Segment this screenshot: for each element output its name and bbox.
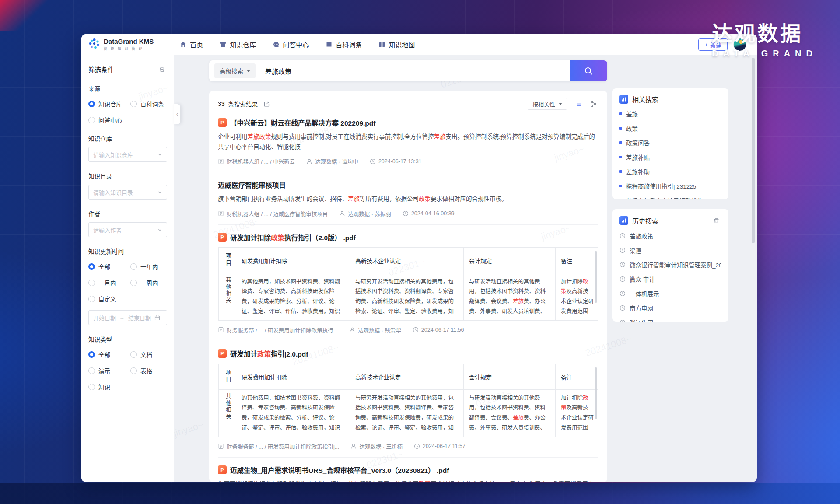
result-title[interactable]: 迈威医疗智能审核项目: [218, 180, 286, 189]
history-search-item[interactable]: 一体机展示: [620, 289, 721, 298]
highlighted-keyword: 政策: [419, 481, 430, 482]
radio-label: 百科词条: [140, 99, 164, 108]
related-search-item[interactable]: 总经办每季度中给予行政优化: [620, 196, 721, 199]
table-column-header: 高新技术企业认定: [350, 248, 464, 273]
text-segment: 迈威生物_用户需求说明书URS_合规审核平台_Ver3.0（20230821） …: [230, 467, 449, 474]
date-start-placeholder: 开始日期: [93, 314, 116, 322]
nav-item-3[interactable]: 问答中心: [273, 40, 309, 49]
highlighted-keyword: 差旅: [513, 298, 524, 304]
radio-label: 一周内: [140, 278, 158, 287]
author-select[interactable]: 请输入作者: [88, 222, 167, 237]
result-item[interactable]: P研发加计政策指引|2.0.pdf项目研发费用加计扣除高新技术企业认定会计规定备…: [218, 341, 598, 458]
history-search-item[interactable]: 南方电网: [620, 304, 721, 312]
user-icon: [306, 158, 312, 164]
source-radio-知识仓库[interactable]: 知识仓库: [88, 99, 130, 108]
result-path: 财务服务部 / ... / 研发费用加计扣除政策指引|...: [218, 442, 339, 451]
result-path-text: 财税机器人组 / ... / 迈威医疗智能审核项目: [227, 210, 328, 218]
brand-logo[interactable]: DataGrand KMS 智 能 知 识 管 理: [88, 38, 154, 51]
brand-text: DataGrand KMS 智 能 知 识 管 理: [104, 38, 154, 51]
nav-item-2[interactable]: 知识仓库: [220, 40, 256, 49]
time-radio-自定义[interactable]: 自定义: [88, 294, 130, 303]
results-list: P【中兴新云】财云在线产品解决方案 202209.pdf企业可利用差旅政策规则与…: [218, 110, 598, 482]
search-input[interactable]: [265, 67, 510, 75]
bullet-icon: [620, 185, 622, 187]
time-radio-一年内[interactable]: 一年内: [130, 262, 167, 271]
related-search-item[interactable]: 差旅: [620, 109, 721, 118]
export-results-icon[interactable]: [261, 98, 272, 109]
result-author: 达观数据 · 谭均中: [306, 157, 358, 165]
bullet-icon: [620, 112, 622, 115]
radio-unchecked-icon: [88, 384, 95, 390]
table-cell: 加计扣除政策及高新技术企业认定研发费用范围（不同口径）: [556, 389, 599, 437]
related-search-item[interactable]: 政策: [620, 124, 721, 133]
clock-icon: [413, 327, 419, 333]
result-author-text: 达观数据 · 苏振羽: [348, 210, 391, 218]
table-scrollbar[interactable]: [595, 251, 597, 303]
list-view-icon[interactable]: [572, 98, 583, 109]
radio-label: 问答中心: [98, 116, 122, 124]
clock-icon: [402, 210, 409, 217]
graph-view-icon[interactable]: [588, 98, 598, 109]
repo-select[interactable]: 请输入知识仓库: [88, 147, 167, 162]
time-radio-一月内[interactable]: 一月内: [88, 278, 130, 287]
source-radio-百科词条[interactable]: 百科词条: [130, 99, 167, 108]
advanced-search-dropdown[interactable]: 高级搜索: [214, 63, 256, 78]
nav-item-label: 首页: [190, 40, 203, 49]
type-radio-知识[interactable]: 知识: [88, 382, 130, 391]
history-search-item[interactable]: 张江集团: [620, 318, 721, 322]
date-range-input[interactable]: 开始日期 → 结束日期: [88, 310, 167, 325]
text-segment: 规则与费用事前控制,对员工在线消费实行事前控制,全方位管控: [271, 133, 434, 140]
nav-item-5[interactable]: 知识地图: [378, 40, 415, 49]
nav-item-1[interactable]: 首页: [180, 40, 203, 49]
bullet-icon: [620, 141, 622, 144]
clear-filters-icon[interactable]: [157, 64, 167, 74]
table-row-header: 其他相关: [219, 273, 236, 321]
type-radio-演示[interactable]: 演示: [88, 366, 130, 375]
result-title-row: P迈威生物_用户需求说明书URS_合规审核平台_Ver3.0（20230821）…: [218, 465, 598, 475]
result-item[interactable]: 迈威医疗智能审核项目旗下营销部门执行业务活动所发生的会议、招待、差旅等所有费用，…: [218, 172, 598, 224]
results-count: 33: [218, 100, 225, 107]
result-title[interactable]: 迈威生物_用户需求说明书URS_合规审核平台_Ver3.0（20230821） …: [230, 465, 449, 475]
time-radio-一周内[interactable]: 一周内: [130, 278, 167, 287]
related-search-item[interactable]: 差旅补贴: [620, 153, 721, 161]
directory-select[interactable]: 请输入知识目录: [88, 185, 167, 200]
history-search-item[interactable]: 微众 审计: [620, 275, 721, 284]
related-search-item[interactable]: 携程商旅使用指引| 231225: [620, 182, 721, 190]
result-title[interactable]: 研发加计扣除政策执行指引（2.0版） .pdf: [230, 232, 356, 242]
related-search-text: 携程商旅使用指引| 231225: [626, 182, 696, 190]
clear-history-icon[interactable]: [711, 215, 721, 226]
type-radio-表格[interactable]: 表格: [130, 366, 167, 375]
source-radio-问答中心[interactable]: 问答中心: [88, 116, 130, 124]
result-time: 2024-06-17 11:57: [414, 443, 466, 449]
result-item[interactable]: P迈威生物_用户需求说明书URS_合规审核平台_Ver3.0（20230821）…: [218, 458, 598, 482]
history-search-item[interactable]: 微众银行智能审计知识管理案例_2023080...: [620, 260, 721, 269]
history-search-item[interactable]: 差旅政策: [620, 231, 721, 240]
result-title[interactable]: 【中兴新云】财云在线产品解决方案 202209.pdf: [230, 118, 375, 127]
sidebar-collapse-handle[interactable]: ‹: [174, 104, 180, 124]
radio-label: 一年内: [140, 262, 158, 271]
history-search-item[interactable]: 渠道: [620, 246, 721, 255]
map-icon: [378, 41, 385, 48]
result-item[interactable]: P研发加计扣除政策执行指引（2.0版） .pdf项目研发费用加计扣除高新技术企业…: [218, 225, 598, 341]
source-label: 来源: [88, 84, 167, 93]
related-search-item[interactable]: 差旅补助: [620, 167, 721, 176]
pdf-file-icon: P: [218, 349, 227, 358]
history-search-text: 微众 审计: [630, 275, 655, 284]
related-search-item[interactable]: 政策问答: [620, 138, 721, 147]
sort-dropdown[interactable]: 按相关性: [528, 98, 567, 110]
related-search-text: 差旅: [626, 109, 638, 118]
radio-label: 全部: [98, 350, 110, 359]
clock-icon: [620, 276, 626, 282]
result-title[interactable]: 研发加计政策指引|2.0.pdf: [230, 349, 308, 358]
result-path: 财务服务部 / ... / 研发费用加计扣除政策执行...: [218, 326, 338, 334]
table-cell: 与研发活动直接相关的其他费用，包括技术图书资料费、资料翻译费、会议费、差旅费、办…: [464, 273, 556, 321]
time-radio-全部[interactable]: 全部: [88, 262, 130, 271]
result-item[interactable]: P【中兴新云】财云在线产品解决方案 202209.pdf企业可利用差旅政策规则与…: [218, 110, 598, 172]
search-button[interactable]: [570, 60, 607, 81]
window-scrollbar[interactable]: [752, 58, 755, 243]
chart-icon: [620, 216, 628, 225]
type-radio-文档[interactable]: 文档: [130, 350, 167, 359]
type-radio-全部[interactable]: 全部: [88, 350, 130, 359]
nav-item-4[interactable]: 百科词条: [326, 40, 362, 49]
table-scrollbar[interactable]: [595, 368, 597, 419]
